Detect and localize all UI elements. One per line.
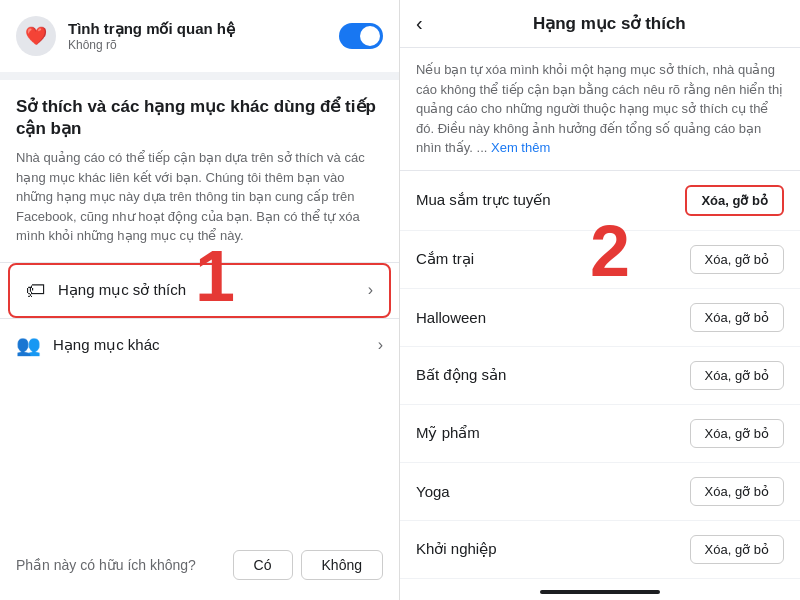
menu-other-label: Hạng mục khác bbox=[53, 336, 160, 354]
relationship-row: ❤️ Tình trạng mối quan hệ Không rõ bbox=[16, 16, 383, 56]
right-header: ‹ Hạng mục sở thích bbox=[400, 0, 800, 48]
relationship-section: ❤️ Tình trạng mối quan hệ Không rõ bbox=[0, 0, 399, 80]
heart-icon: ❤️ bbox=[16, 16, 56, 56]
right-title: Hạng mục sở thích bbox=[435, 13, 784, 34]
menu-item-other[interactable]: 👥 Hạng mục khác › bbox=[0, 318, 399, 371]
relationship-toggle[interactable] bbox=[339, 23, 383, 49]
interest-row-3: Bất động sản Xóa, gỡ bỏ bbox=[400, 347, 800, 405]
interest-row-0: Mua sắm trực tuyến Xóa, gỡ bỏ bbox=[400, 171, 800, 231]
interests-title: Sở thích và các hạng mục khác dùng để ti… bbox=[16, 96, 383, 140]
right-panel: ‹ Hạng mục sở thích Nếu bạn tự xóa mình … bbox=[400, 0, 800, 600]
interest-name-5: Yoga bbox=[416, 483, 450, 500]
interest-name-1: Cắm trại bbox=[416, 250, 474, 268]
menu-items: 🏷 Hạng mục sở thích › 👥 Hạng mục khác › bbox=[0, 262, 399, 371]
question-text: Phần này có hữu ích không? bbox=[16, 557, 196, 573]
interests-section: Sở thích và các hạng mục khác dùng để ti… bbox=[0, 80, 399, 262]
interest-name-3: Bất động sản bbox=[416, 366, 506, 384]
remove-btn-4[interactable]: Xóa, gỡ bỏ bbox=[690, 419, 784, 448]
right-description: Nếu bạn tự xóa mình khỏi một hạng mục sở… bbox=[400, 48, 800, 171]
back-button[interactable]: ‹ bbox=[416, 12, 423, 35]
interest-row-4: Mỹ phẩm Xóa, gỡ bỏ bbox=[400, 405, 800, 463]
interest-row-1: Cắm trại Xóa, gỡ bỏ bbox=[400, 231, 800, 289]
relationship-info: Tình trạng mối quan hệ Không rõ bbox=[68, 20, 235, 52]
remove-btn-2[interactable]: Xóa, gỡ bỏ bbox=[690, 303, 784, 332]
menu-item-other-left: 👥 Hạng mục khác bbox=[16, 333, 160, 357]
answer-buttons: Có Không bbox=[233, 550, 383, 580]
interest-list: Mua sắm trực tuyến Xóa, gỡ bỏ Cắm trại X… bbox=[400, 171, 800, 585]
see-more-link[interactable]: Xem thêm bbox=[491, 140, 550, 155]
interest-name-6: Khởi nghiệp bbox=[416, 540, 497, 558]
relationship-left: ❤️ Tình trạng mối quan hệ Không rõ bbox=[16, 16, 235, 56]
remove-btn-1[interactable]: Xóa, gỡ bỏ bbox=[690, 245, 784, 274]
interest-name-0: Mua sắm trực tuyến bbox=[416, 191, 551, 209]
interest-name-4: Mỹ phẩm bbox=[416, 424, 480, 442]
relationship-title: Tình trạng mối quan hệ bbox=[68, 20, 235, 38]
remove-btn-6[interactable]: Xóa, gỡ bỏ bbox=[690, 535, 784, 564]
interests-desc: Nhà quảng cáo có thể tiếp cận bạn dựa tr… bbox=[16, 148, 383, 246]
bottom-question-area: Phần này có hữu ích không? Có Không bbox=[0, 550, 399, 580]
yes-button[interactable]: Có bbox=[233, 550, 293, 580]
no-button[interactable]: Không bbox=[301, 550, 383, 580]
menu-item-interests[interactable]: 🏷 Hạng mục sở thích › bbox=[8, 263, 391, 318]
interest-row-2: Halloween Xóa, gỡ bỏ bbox=[400, 289, 800, 347]
interest-name-2: Halloween bbox=[416, 309, 486, 326]
tag-icon: 🏷 bbox=[26, 279, 46, 302]
relationship-subtitle: Không rõ bbox=[68, 38, 235, 52]
remove-btn-3[interactable]: Xóa, gỡ bỏ bbox=[690, 361, 784, 390]
group-icon: 👥 bbox=[16, 333, 41, 357]
chevron-icon-2: › bbox=[378, 336, 383, 354]
right-desc-text: Nếu bạn tự xóa mình khỏi một hạng mục sở… bbox=[416, 62, 783, 155]
bottom-bar bbox=[540, 590, 660, 594]
menu-interests-label: Hạng mục sở thích bbox=[58, 281, 186, 299]
remove-btn-0[interactable]: Xóa, gỡ bỏ bbox=[685, 185, 784, 216]
interest-row-5: Yoga Xóa, gỡ bỏ bbox=[400, 463, 800, 521]
chevron-icon-1: › bbox=[368, 281, 373, 299]
remove-btn-5[interactable]: Xóa, gỡ bỏ bbox=[690, 477, 784, 506]
menu-item-interests-left: 🏷 Hạng mục sở thích bbox=[26, 279, 186, 302]
interest-row-6: Khởi nghiệp Xóa, gỡ bỏ bbox=[400, 521, 800, 579]
left-panel: ❤️ Tình trạng mối quan hệ Không rõ Sở th… bbox=[0, 0, 400, 600]
